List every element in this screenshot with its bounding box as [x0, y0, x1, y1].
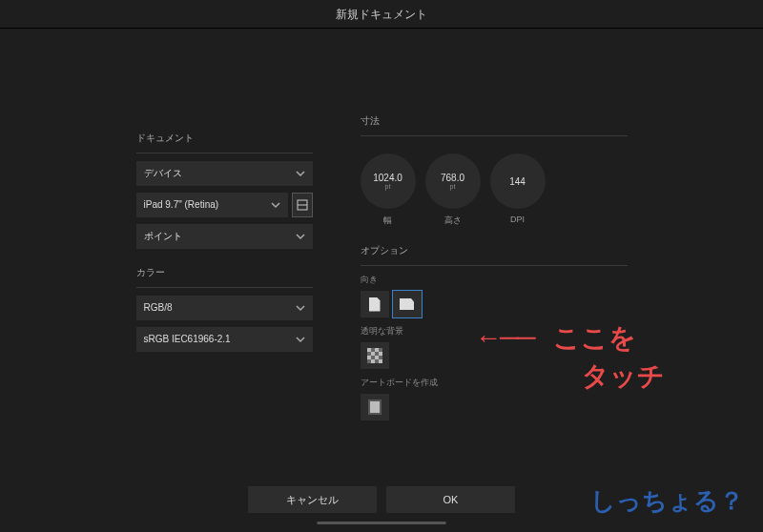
orientation-landscape-button[interactable] [393, 291, 422, 317]
orientation-portrait-button[interactable] [361, 291, 389, 317]
device-dropdown-value: iPad 9.7" (Retina) [144, 193, 219, 217]
color-section-label: カラー [136, 266, 313, 279]
dialog-title: 新規ドキュメント [0, 0, 763, 29]
landscape-page-icon [400, 298, 414, 310]
color-format-dropdown[interactable]: RGB/8 [136, 296, 313, 320]
color-format-value: RGB/8 [144, 296, 173, 320]
type-dropdown[interactable]: デバイス [136, 161, 313, 186]
color-profile-dropdown[interactable]: sRGB IEC61966-2.1 [136, 327, 313, 352]
chevron-down-icon [296, 303, 305, 313]
dpi-caption: DPI [490, 215, 546, 227]
height-value: 768.0 [441, 173, 464, 183]
color-profile-value: sRGB IEC61966-2.1 [144, 327, 231, 352]
progress-bar [318, 522, 446, 524]
height-unit: pt [450, 183, 456, 190]
width-input[interactable]: 1024.0 pt [361, 153, 416, 209]
create-artboard-toggle[interactable] [361, 394, 389, 420]
unit-dropdown-value: ポイント [144, 224, 182, 249]
width-value: 1024.0 [373, 173, 402, 183]
width-caption: 幅 [361, 215, 416, 227]
chevron-down-icon [271, 200, 280, 210]
device-dropdown[interactable]: iPad 9.7" (Retina) [136, 193, 288, 217]
aspect-link-button[interactable] [292, 193, 313, 217]
document-section-label: ドキュメント [136, 132, 313, 145]
dimensions-section-label: 寸法 [361, 114, 628, 128]
portrait-page-icon [369, 297, 381, 312]
ok-button[interactable]: OK [386, 486, 515, 513]
orientation-label: 向き [361, 274, 628, 286]
checkerboard-icon [367, 348, 382, 363]
dpi-input[interactable]: 144 [490, 153, 546, 209]
chevron-down-icon [296, 232, 305, 241]
unit-dropdown[interactable]: ポイント [136, 224, 313, 249]
type-dropdown-value: デバイス [144, 161, 182, 186]
cancel-button[interactable]: キャンセル [248, 486, 377, 513]
height-caption: 高さ [425, 215, 481, 227]
transparent-bg-label: 透明な背景 [361, 325, 628, 338]
width-unit: pt [385, 183, 391, 190]
height-input[interactable]: 768.0 pt [425, 153, 481, 209]
link-icon [297, 199, 308, 211]
chevron-down-icon [296, 169, 305, 178]
options-section-label: オプション [361, 244, 628, 257]
artboard-icon [368, 399, 382, 415]
artboard-label: アートボードを作成 [361, 377, 628, 389]
transparent-bg-toggle[interactable] [361, 342, 389, 369]
chevron-down-icon [296, 335, 305, 344]
dpi-value: 144 [509, 176, 526, 187]
watermark-text: しっちょる？ [590, 484, 744, 518]
